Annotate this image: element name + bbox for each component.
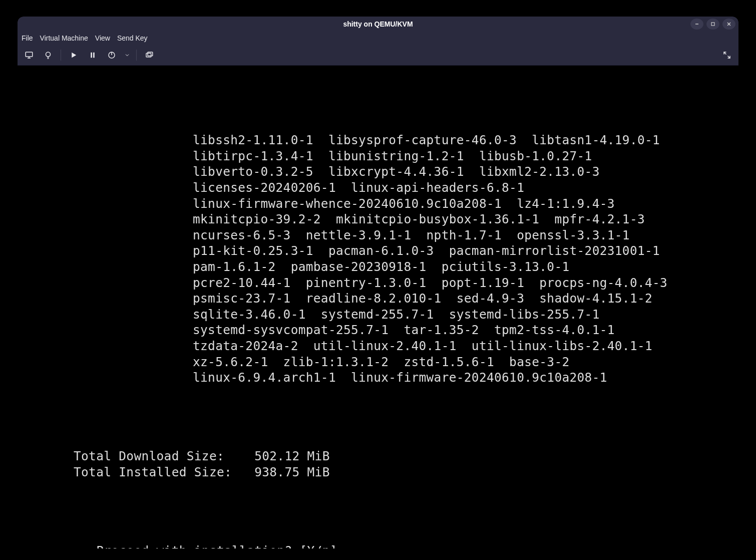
toolbar-separator bbox=[136, 50, 137, 61]
menu-view[interactable]: View bbox=[95, 34, 110, 42]
fullscreen-icon bbox=[722, 51, 731, 60]
svg-marker-10 bbox=[72, 52, 76, 58]
titlebar: shitty on QEMU/KVM bbox=[18, 17, 738, 32]
download-size: Total Download Size: 502.12 MiB bbox=[74, 449, 330, 463]
fullscreen-button[interactable] bbox=[718, 47, 735, 63]
power-icon bbox=[107, 51, 116, 60]
proceed-block: :: Proceed with installation? [Y/n] :: R… bbox=[18, 512, 738, 548]
console-button[interactable] bbox=[21, 47, 38, 63]
pause-icon bbox=[88, 51, 97, 60]
proceed-prompt: :: Proceed with installation? [Y/n] bbox=[74, 543, 337, 548]
play-icon bbox=[69, 51, 78, 60]
package-list: libssh2-1.11.0-1 libsysprof-capture-46.0… bbox=[18, 98, 738, 386]
menu-send-key[interactable]: Send Key bbox=[117, 34, 148, 42]
maximize-button[interactable] bbox=[706, 19, 719, 30]
maximize-icon bbox=[710, 22, 715, 27]
lightbulb-icon bbox=[44, 51, 53, 60]
svg-rect-15 bbox=[146, 53, 151, 57]
menu-file[interactable]: File bbox=[22, 34, 33, 42]
summary-block: Total Download Size: 502.12 MiB Total In… bbox=[18, 417, 738, 480]
svg-rect-11 bbox=[91, 52, 92, 58]
shutdown-button[interactable] bbox=[103, 47, 120, 63]
window-title: shitty on QEMU/KVM bbox=[343, 20, 413, 28]
menu-virtual-machine[interactable]: Virtual Machine bbox=[40, 34, 88, 42]
installed-size: Total Installed Size: 938.75 MiB bbox=[74, 465, 330, 479]
close-button[interactable] bbox=[722, 19, 735, 30]
window-controls bbox=[690, 19, 735, 30]
minimize-icon bbox=[694, 22, 699, 27]
menubar: File Virtual Machine View Send Key bbox=[18, 32, 738, 45]
pause-button[interactable] bbox=[84, 47, 101, 63]
toolbar-separator bbox=[61, 50, 61, 61]
details-button[interactable] bbox=[40, 47, 57, 63]
vm-window: shitty on QEMU/KVM File Virtual Machine … bbox=[18, 17, 738, 548]
shutdown-dropdown[interactable] bbox=[122, 47, 132, 63]
close-icon bbox=[726, 22, 731, 27]
minimize-button[interactable] bbox=[690, 19, 703, 30]
svg-rect-1 bbox=[711, 23, 714, 26]
snapshots-button[interactable] bbox=[141, 47, 158, 63]
chevron-down-icon bbox=[124, 52, 130, 58]
run-button[interactable] bbox=[65, 47, 82, 63]
monitor-icon bbox=[25, 51, 34, 60]
svg-point-7 bbox=[46, 52, 51, 57]
svg-rect-16 bbox=[148, 52, 153, 56]
svg-rect-12 bbox=[93, 52, 95, 58]
toolbar bbox=[18, 45, 738, 66]
snapshots-icon bbox=[145, 51, 154, 60]
terminal-console[interactable]: libssh2-1.11.0-1 libsysprof-capture-46.0… bbox=[18, 66, 738, 548]
svg-rect-4 bbox=[26, 52, 33, 57]
